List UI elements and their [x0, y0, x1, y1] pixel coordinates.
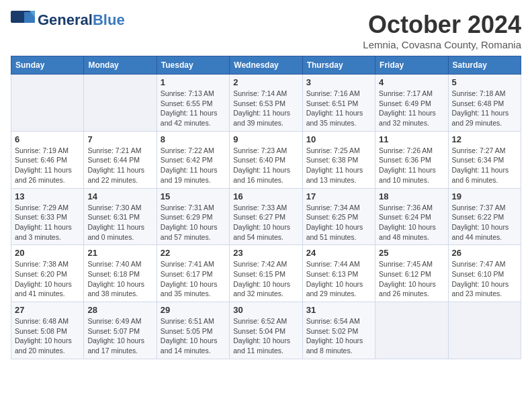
day-info: Sunrise: 7:13 AMSunset: 6:55 PMDaylight:… — [161, 89, 226, 128]
day-info: Sunrise: 7:34 AMSunset: 6:25 PMDaylight:… — [306, 203, 371, 242]
calendar-cell: 24Sunrise: 7:44 AMSunset: 6:13 PMDayligh… — [302, 245, 375, 302]
day-info: Sunrise: 7:16 AMSunset: 6:51 PMDaylight:… — [306, 89, 371, 128]
page-header: General Blue October 2024 Lemnia, Covasn… — [11, 11, 521, 50]
calendar-cell: 23Sunrise: 7:42 AMSunset: 6:15 PMDayligh… — [230, 245, 302, 302]
calendar-cell: 11Sunrise: 7:26 AMSunset: 6:36 PMDayligh… — [375, 131, 448, 188]
day-number: 26 — [452, 248, 517, 258]
logo-icon — [11, 11, 35, 30]
col-thursday: Thursday — [302, 56, 375, 75]
day-info: Sunrise: 7:42 AMSunset: 6:15 PMDaylight:… — [233, 259, 298, 299]
calendar-week-row: 13Sunrise: 7:29 AMSunset: 6:33 PMDayligh… — [11, 188, 521, 245]
day-number: 30 — [233, 305, 298, 315]
logo: General Blue — [11, 11, 125, 30]
calendar-cell: 16Sunrise: 7:33 AMSunset: 6:27 PMDayligh… — [230, 188, 302, 245]
calendar-table: Sunday Monday Tuesday Wednesday Thursday… — [11, 56, 521, 359]
location-subtitle: Lemnia, Covasna County, Romania — [363, 39, 521, 50]
day-number: 14 — [87, 191, 152, 201]
day-info: Sunrise: 6:52 AMSunset: 5:04 PMDaylight:… — [233, 316, 298, 356]
title-block: October 2024 Lemnia, Covasna County, Rom… — [363, 11, 521, 50]
calendar-cell — [11, 75, 84, 132]
day-number: 5 — [452, 77, 517, 87]
month-title: October 2024 — [363, 11, 521, 39]
calendar-cell: 17Sunrise: 7:34 AMSunset: 6:25 PMDayligh… — [302, 188, 375, 245]
day-number: 4 — [379, 77, 444, 87]
day-number: 17 — [306, 191, 371, 201]
day-info: Sunrise: 7:19 AMSunset: 6:46 PMDaylight:… — [15, 146, 80, 185]
calendar-week-row: 6Sunrise: 7:19 AMSunset: 6:46 PMDaylight… — [11, 131, 521, 188]
day-number: 12 — [452, 134, 517, 144]
day-info: Sunrise: 7:29 AMSunset: 6:33 PMDaylight:… — [15, 203, 80, 242]
calendar-cell: 28Sunrise: 6:49 AMSunset: 5:07 PMDayligh… — [84, 302, 157, 359]
calendar-cell: 15Sunrise: 7:31 AMSunset: 6:29 PMDayligh… — [157, 188, 229, 245]
col-friday: Friday — [375, 56, 448, 75]
day-number: 11 — [379, 134, 444, 144]
calendar-cell: 7Sunrise: 7:21 AMSunset: 6:44 PMDaylight… — [84, 131, 157, 188]
day-number: 13 — [15, 191, 80, 201]
calendar-cell: 21Sunrise: 7:40 AMSunset: 6:18 PMDayligh… — [84, 245, 157, 302]
calendar-cell: 2Sunrise: 7:14 AMSunset: 6:53 PMDaylight… — [230, 75, 302, 132]
calendar-cell: 31Sunrise: 6:54 AMSunset: 5:02 PMDayligh… — [302, 302, 375, 359]
calendar-cell — [375, 302, 448, 359]
day-info: Sunrise: 7:40 AMSunset: 6:18 PMDaylight:… — [87, 259, 152, 299]
calendar-cell: 25Sunrise: 7:45 AMSunset: 6:12 PMDayligh… — [375, 245, 448, 302]
day-number: 9 — [233, 134, 298, 144]
day-info: Sunrise: 7:14 AMSunset: 6:53 PMDaylight:… — [233, 89, 298, 128]
logo-name-part2: Blue — [93, 11, 125, 29]
calendar-cell: 13Sunrise: 7:29 AMSunset: 6:33 PMDayligh… — [11, 188, 84, 245]
calendar-cell: 26Sunrise: 7:47 AMSunset: 6:10 PMDayligh… — [448, 245, 521, 302]
day-number: 8 — [161, 134, 226, 144]
day-number: 27 — [15, 305, 80, 315]
day-number: 19 — [452, 191, 517, 201]
day-number: 15 — [161, 191, 226, 201]
day-info: Sunrise: 7:26 AMSunset: 6:36 PMDaylight:… — [379, 146, 444, 185]
day-info: Sunrise: 6:51 AMSunset: 5:05 PMDaylight:… — [161, 316, 226, 356]
day-number: 2 — [233, 77, 298, 87]
day-info: Sunrise: 7:36 AMSunset: 6:24 PMDaylight:… — [379, 203, 444, 242]
day-number: 21 — [87, 248, 152, 258]
day-info: Sunrise: 7:47 AMSunset: 6:10 PMDaylight:… — [452, 259, 517, 299]
day-info: Sunrise: 7:23 AMSunset: 6:40 PMDaylight:… — [233, 146, 298, 185]
calendar-cell: 22Sunrise: 7:41 AMSunset: 6:17 PMDayligh… — [157, 245, 229, 302]
calendar-cell: 29Sunrise: 6:51 AMSunset: 5:05 PMDayligh… — [157, 302, 229, 359]
day-number: 20 — [15, 248, 80, 258]
calendar-cell: 8Sunrise: 7:22 AMSunset: 6:42 PMDaylight… — [157, 131, 229, 188]
day-info: Sunrise: 7:21 AMSunset: 6:44 PMDaylight:… — [87, 146, 152, 185]
day-info: Sunrise: 6:49 AMSunset: 5:07 PMDaylight:… — [87, 316, 152, 356]
day-number: 3 — [306, 77, 371, 87]
calendar-cell: 10Sunrise: 7:25 AMSunset: 6:38 PMDayligh… — [302, 131, 375, 188]
calendar-cell: 4Sunrise: 7:17 AMSunset: 6:49 PMDaylight… — [375, 75, 448, 132]
calendar-cell: 3Sunrise: 7:16 AMSunset: 6:51 PMDaylight… — [302, 75, 375, 132]
day-info: Sunrise: 7:44 AMSunset: 6:13 PMDaylight:… — [306, 259, 371, 299]
col-sunday: Sunday — [11, 56, 84, 75]
calendar-cell: 19Sunrise: 7:37 AMSunset: 6:22 PMDayligh… — [448, 188, 521, 245]
calendar-cell: 1Sunrise: 7:13 AMSunset: 6:55 PMDaylight… — [157, 75, 229, 132]
day-info: Sunrise: 7:18 AMSunset: 6:48 PMDaylight:… — [452, 89, 517, 128]
calendar-cell: 27Sunrise: 6:48 AMSunset: 5:08 PMDayligh… — [11, 302, 84, 359]
calendar-cell: 12Sunrise: 7:27 AMSunset: 6:34 PMDayligh… — [448, 131, 521, 188]
col-wednesday: Wednesday — [230, 56, 302, 75]
calendar-cell: 9Sunrise: 7:23 AMSunset: 6:40 PMDaylight… — [230, 131, 302, 188]
col-monday: Monday — [84, 56, 157, 75]
day-info: Sunrise: 7:27 AMSunset: 6:34 PMDaylight:… — [452, 146, 517, 185]
calendar-cell: 6Sunrise: 7:19 AMSunset: 6:46 PMDaylight… — [11, 131, 84, 188]
day-info: Sunrise: 6:48 AMSunset: 5:08 PMDaylight:… — [15, 316, 80, 356]
day-number: 31 — [306, 305, 371, 315]
day-number: 23 — [233, 248, 298, 258]
day-number: 29 — [161, 305, 226, 315]
day-info: Sunrise: 7:38 AMSunset: 6:20 PMDaylight:… — [15, 259, 80, 299]
day-number: 18 — [379, 191, 444, 201]
day-info: Sunrise: 6:54 AMSunset: 5:02 PMDaylight:… — [306, 316, 371, 356]
day-info: Sunrise: 7:31 AMSunset: 6:29 PMDaylight:… — [161, 203, 226, 242]
calendar-header-row: Sunday Monday Tuesday Wednesday Thursday… — [11, 56, 521, 75]
calendar-cell: 30Sunrise: 6:52 AMSunset: 5:04 PMDayligh… — [230, 302, 302, 359]
day-number: 1 — [161, 77, 226, 87]
day-info: Sunrise: 7:37 AMSunset: 6:22 PMDaylight:… — [452, 203, 517, 242]
col-tuesday: Tuesday — [157, 56, 229, 75]
day-number: 28 — [87, 305, 152, 315]
calendar-cell — [84, 75, 157, 132]
calendar-cell — [448, 302, 521, 359]
calendar-cell: 18Sunrise: 7:36 AMSunset: 6:24 PMDayligh… — [375, 188, 448, 245]
day-number: 22 — [161, 248, 226, 258]
day-info: Sunrise: 7:30 AMSunset: 6:31 PMDaylight:… — [87, 203, 152, 242]
day-info: Sunrise: 7:41 AMSunset: 6:17 PMDaylight:… — [161, 259, 226, 299]
